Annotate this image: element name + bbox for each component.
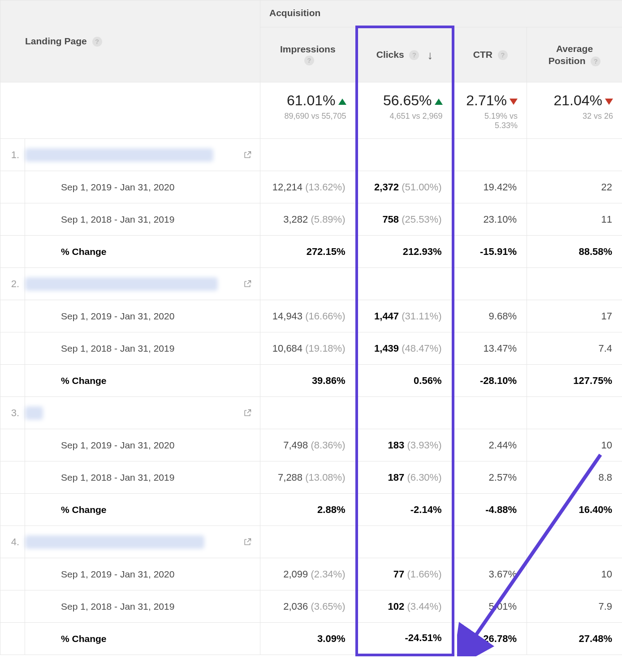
cell-impressions: 12,214 (13.62%) [260, 171, 357, 203]
redacted-text [25, 535, 204, 549]
trend-up-icon [435, 99, 443, 105]
table-row: Sep 1, 2019 - Jan 31, 2020 14,943 (16.66… [0, 300, 622, 332]
cell-clicks: 187 (6.30%) [357, 461, 453, 494]
cell-impressions: 7,498 (8.36%) [260, 429, 357, 461]
cell-ctr: 19.42% [453, 171, 527, 203]
table-row: % Change 3.09% -24.51% -26.78% 27.48% [0, 623, 622, 655]
cell-ctr: 5.01% [453, 590, 527, 623]
cell-position: 127.75% [527, 365, 622, 397]
period-label: Sep 1, 2019 - Jan 31, 2020 [25, 429, 260, 461]
table-row: % Change 272.15% 212.93% -15.91% 88.58% [0, 236, 622, 268]
cell-clicks: 183 (3.93%) [357, 429, 453, 461]
landing-page-link[interactable] [25, 397, 260, 429]
cell-impressions: 14,943 (16.66%) [260, 300, 357, 332]
cell-position: 27.48% [527, 623, 622, 655]
table-row: 3. [0, 397, 622, 429]
cell-impressions: 2.88% [260, 494, 357, 526]
cell-position: 7.4 [527, 332, 622, 365]
change-label: % Change [25, 494, 260, 526]
cell-ctr: 13.47% [453, 332, 527, 365]
cell-impressions: 3,282 (5.89%) [260, 203, 357, 236]
cell-clicks: 758 (25.53%) [357, 203, 453, 236]
help-icon[interactable]: ? [304, 56, 314, 65]
open-in-new-icon[interactable] [243, 280, 252, 289]
cell-clicks: 212.93% [357, 236, 453, 268]
table-row: % Change 39.86% 0.56% -28.10% 127.75% [0, 365, 622, 397]
landing-page-link[interactable] [25, 268, 260, 300]
cell-clicks: 1,439 (48.47%) [357, 332, 453, 365]
table-row: Sep 1, 2018 - Jan 31, 2019 3,282 (5.89%)… [0, 203, 622, 236]
cell-clicks: -2.14% [357, 494, 453, 526]
cell-position: 11 [527, 203, 622, 236]
cell-clicks: -24.51% [357, 623, 453, 655]
col-avg-position[interactable]: AveragePosition ? [527, 27, 622, 82]
period-label: Sep 1, 2019 - Jan 31, 2020 [25, 171, 260, 203]
cell-clicks: 77 (1.66%) [357, 558, 453, 590]
cell-position: 10 [527, 558, 622, 590]
landing-page-table: Landing Page ? Acquisition Impressions ?… [0, 0, 622, 656]
help-icon[interactable]: ? [92, 37, 102, 47]
cell-ctr: 2.57% [453, 461, 527, 494]
cell-clicks: 2,372 (51.00%) [357, 171, 453, 203]
summary-impressions: 61.01% 89,690 vs 55,705 [260, 82, 357, 139]
cell-ctr: 3.67% [453, 558, 527, 590]
cell-position: 16.40% [527, 494, 622, 526]
table-row: Sep 1, 2018 - Jan 31, 2019 10,684 (19.18… [0, 332, 622, 365]
open-in-new-icon[interactable] [243, 538, 252, 547]
sort-desc-icon: ↓ [427, 48, 433, 62]
cell-position: 10 [527, 429, 622, 461]
cell-position: 7.9 [527, 590, 622, 623]
cell-impressions: 272.15% [260, 236, 357, 268]
table-row: Sep 1, 2019 - Jan 31, 2020 12,214 (13.62… [0, 171, 622, 203]
summary-avg-position: 21.04% 32 vs 26 [527, 82, 622, 139]
cell-ctr: -15.91% [453, 236, 527, 268]
period-label: Sep 1, 2019 - Jan 31, 2020 [25, 558, 260, 590]
table-row: Sep 1, 2018 - Jan 31, 2019 2,036 (3.65%)… [0, 590, 622, 623]
open-in-new-icon[interactable] [243, 151, 252, 159]
col-landing-page[interactable]: Landing Page ? [0, 0, 260, 82]
help-icon[interactable]: ? [498, 50, 508, 60]
open-in-new-icon[interactable] [243, 409, 252, 418]
cell-impressions: 39.86% [260, 365, 357, 397]
cell-ctr: 23.10% [453, 203, 527, 236]
period-label: Sep 1, 2018 - Jan 31, 2019 [25, 332, 260, 365]
cell-impressions: 7,288 (13.08%) [260, 461, 357, 494]
cell-ctr: -26.78% [453, 623, 527, 655]
landing-page-link[interactable] [25, 139, 260, 171]
cell-position: 88.58% [527, 236, 622, 268]
cell-ctr: 2.44% [453, 429, 527, 461]
landing-page-link[interactable] [25, 526, 260, 558]
cell-ctr: -28.10% [453, 365, 527, 397]
cell-impressions: 2,036 (3.65%) [260, 590, 357, 623]
help-icon[interactable]: ? [591, 56, 600, 66]
period-label: Sep 1, 2018 - Jan 31, 2019 [25, 590, 260, 623]
summary-ctr: 2.71% 5.19% vs 5.33% [453, 82, 527, 139]
cell-ctr: -4.88% [453, 494, 527, 526]
acquisition-group: Acquisition [260, 0, 622, 27]
trend-down-icon [605, 99, 613, 105]
redacted-text [25, 148, 213, 162]
table-row: 4. [0, 526, 622, 558]
summary-clicks: 56.65% 4,651 vs 2,969 [357, 82, 453, 139]
row-index: 2. [0, 268, 25, 300]
help-icon[interactable]: ? [409, 50, 419, 60]
col-impressions[interactable]: Impressions ? [260, 27, 357, 82]
change-label: % Change [25, 365, 260, 397]
trend-down-icon [510, 99, 518, 105]
col-clicks[interactable]: Clicks ? ↓ [357, 27, 453, 82]
cell-impressions: 3.09% [260, 623, 357, 655]
row-index: 1. [0, 139, 25, 171]
period-label: Sep 1, 2018 - Jan 31, 2019 [25, 461, 260, 494]
change-label: % Change [25, 236, 260, 268]
redacted-text [25, 277, 218, 291]
col-ctr[interactable]: CTR ? [453, 27, 527, 82]
summary-row: 61.01% 89,690 vs 55,705 56.65% 4,651 vs … [0, 82, 622, 139]
redacted-text [25, 406, 43, 420]
cell-position: 22 [527, 171, 622, 203]
trend-up-icon [338, 99, 346, 105]
table-row: % Change 2.88% -2.14% -4.88% 16.40% [0, 494, 622, 526]
change-label: % Change [25, 623, 260, 655]
table-row: 2. [0, 268, 622, 300]
landing-page-label: Landing Page [25, 36, 87, 46]
period-label: Sep 1, 2019 - Jan 31, 2020 [25, 300, 260, 332]
